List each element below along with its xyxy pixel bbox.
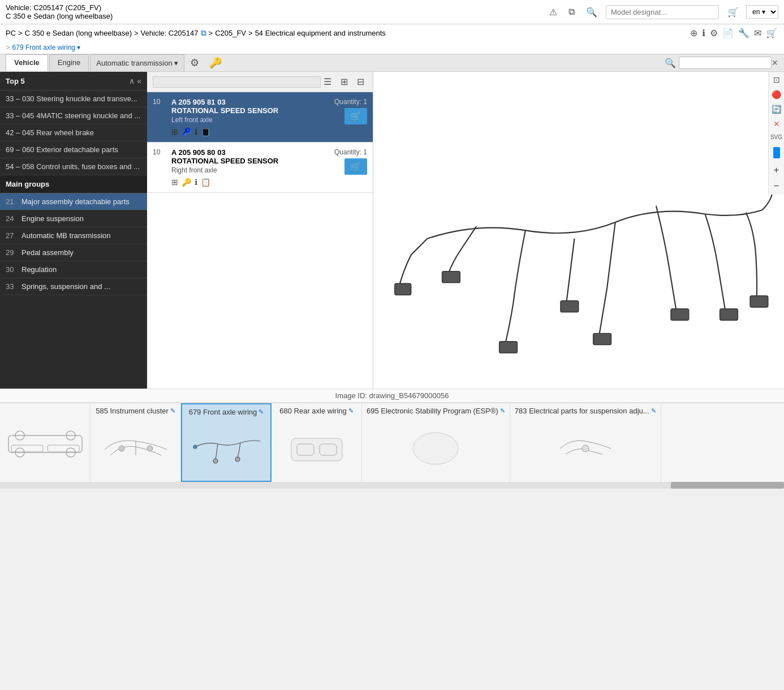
tab-search-input[interactable]	[679, 57, 772, 69]
export-btn[interactable]: ⊟	[354, 75, 367, 88]
top5-collapse-up-btn[interactable]: ∧	[129, 76, 135, 85]
thumbnail-679-label: 679 Front axle wiring ✎	[187, 407, 266, 417]
diagram-refresh-btn[interactable]: 🔄	[770, 104, 782, 115]
tab-settings-icon[interactable]: ⚙	[186, 54, 204, 71]
top5-item-5-text: 54 – 058 Control units, fuse boxes and .…	[6, 162, 140, 171]
thumbnail-679-svg	[189, 427, 263, 469]
thumbnail-783-edit-icon[interactable]: ✎	[651, 407, 656, 415]
bc-arrow: >	[6, 43, 10, 51]
sidebar-group-29[interactable]: 29 Pedal assembly	[0, 244, 147, 261]
top5-item-1-text: 33 – 030 Steering knuckle and transve...	[6, 94, 137, 103]
breadcrumb-line1: PC > C 350 e Sedan (long wheelbase) > Ve…	[0, 24, 784, 42]
cart-icon-btn[interactable]: 🛒	[725, 6, 742, 19]
scrollbar-thumb[interactable]	[671, 482, 784, 489]
bc-electrical[interactable]: 54 Electrical equipment and instruments	[255, 29, 386, 37]
filter-btn[interactable]: ⚙	[709, 27, 719, 40]
mail-btn[interactable]: ✉	[753, 27, 763, 40]
thumbnail-679[interactable]: 679 Front axle wiring ✎	[181, 403, 272, 482]
sidebar-group-24-text: Engine suspension	[21, 214, 84, 223]
sidebar-group-33-num: 33	[6, 282, 17, 291]
vehicle-copy-icon[interactable]: ⧉	[201, 28, 206, 38]
bc-pc[interactable]: PC	[6, 29, 16, 37]
warning-icon-btn[interactable]: ⚠	[546, 6, 560, 19]
part-2-cart-btn[interactable]: 🛒	[344, 158, 367, 175]
search-icon-btn[interactable]: 🔍	[583, 6, 600, 19]
list-view-btn[interactable]: ☰	[321, 75, 334, 88]
tab-automatic-transmission[interactable]: Automatic transmission ▾	[90, 54, 184, 71]
top5-item-4[interactable]: 69 – 060 Exterior detachable parts	[0, 141, 147, 158]
sidebar-group-27[interactable]: 27 Automatic MB transmission	[0, 227, 147, 244]
zoom-in-btn[interactable]: ⊕	[689, 27, 699, 40]
part-2-key-icon[interactable]: 🔑	[182, 178, 191, 187]
tab-engine[interactable]: Engine	[49, 54, 89, 71]
thumbnail-679-edit-icon[interactable]: ✎	[259, 408, 264, 416]
thumbnail-585-edit-icon[interactable]: ✎	[170, 407, 175, 415]
tab-search-clear-btn[interactable]: ✕	[772, 58, 778, 67]
model-search-input[interactable]	[606, 5, 719, 19]
document-btn[interactable]: 📄	[721, 27, 735, 40]
sidebar: Top 5 ∧ « 33 – 030 Steering knuckle and …	[0, 72, 147, 389]
sidebar-group-21[interactable]: 21 Major assembly detachable parts	[0, 193, 147, 210]
tab-key-icon[interactable]: 🔑	[205, 54, 226, 71]
thumbnail-695-img	[364, 416, 507, 480]
diagram-zoom-in-btn[interactable]: +	[773, 164, 780, 176]
bc-vehicle[interactable]: Vehicle: C205147	[141, 29, 199, 37]
top5-item-3[interactable]: 42 – 045 Rear wheel brake	[0, 124, 147, 141]
thumbnail-585[interactable]: 585 Instrument cluster ✎	[91, 403, 181, 482]
wis-btn[interactable]: 🔧	[737, 27, 751, 40]
diagram-fullscreen-btn[interactable]: ⊡	[772, 74, 781, 85]
svg-rect-8	[8, 435, 82, 452]
cart-toolbar-btn[interactable]: 🛒	[765, 27, 778, 40]
part-1-info-icon[interactable]: ℹ	[195, 127, 197, 136]
grid-view-btn[interactable]: ⊞	[338, 75, 351, 88]
part-2-grid-icon[interactable]: ⊞	[171, 178, 178, 187]
svg-rect-6	[720, 309, 738, 320]
part-1-cart-btn[interactable]: 🛒	[344, 108, 367, 124]
top5-collapse-double-btn[interactable]: «	[137, 76, 141, 85]
part-2-doc-icon[interactable]: 📋	[201, 178, 210, 187]
bc-c205fv[interactable]: C205_FV	[215, 29, 246, 37]
thumbnail-585-svg	[99, 427, 173, 469]
thumbnail-695-edit-icon[interactable]: ✎	[500, 407, 505, 415]
sidebar-group-30[interactable]: 30 Regulation	[0, 261, 147, 278]
top5-item-1[interactable]: 33 – 030 Steering knuckle and transve...	[0, 90, 147, 107]
bc-sep1: >	[18, 29, 23, 37]
part-1-doc-icon[interactable]: 📋	[201, 127, 210, 136]
part-1-main: A 205 905 81 03 ROTATIONAL SPEED SENSOR …	[171, 98, 330, 136]
thumbnail-680[interactable]: 680 Rear axle wiring ✎	[272, 403, 362, 482]
tabs-left: Vehicle Engine Automatic transmission ▾ …	[6, 54, 226, 71]
axle-wiring-dropdown[interactable]: 679 Front axle wiring ▾	[12, 44, 81, 51]
tab-search-icon[interactable]: 🔍	[662, 57, 679, 70]
part-1-name: ROTATIONAL SPEED SENSOR	[171, 106, 330, 115]
thumbnail-680-edit-icon[interactable]: ✎	[348, 407, 354, 415]
part-2-info-icon[interactable]: ℹ	[195, 178, 197, 187]
diagram-color1-btn[interactable]: 🔴	[770, 89, 782, 100]
svg-point-19	[193, 445, 197, 448]
sidebar-group-24[interactable]: 24 Engine suspension	[0, 210, 147, 227]
diagram-image-area: 130 120 30 40 40 100 60 90 50 20 60 10	[373, 72, 784, 389]
thumbnail-695[interactable]: 695 Electronic Stability Program (ESP®) …	[362, 403, 510, 482]
diagram-svg-btn[interactable]: SVG	[769, 133, 783, 141]
tabs-row: Vehicle Engine Automatic transmission ▾ …	[0, 54, 784, 72]
thumbnail-585-img	[93, 416, 178, 480]
bc-model[interactable]: C 350 e Sedan (long wheelbase)	[25, 29, 132, 37]
part-1-key-icon[interactable]: 🔑	[182, 127, 191, 136]
part-1-qty: Quantity: 1 🛒	[334, 98, 367, 124]
diagram-close-btn[interactable]: ✕	[772, 118, 781, 130]
thumbnail-blank[interactable]	[0, 403, 91, 482]
tab-vehicle[interactable]: Vehicle	[6, 54, 48, 71]
part-row-1[interactable]: 10 A 205 905 81 03 ROTATIONAL SPEED SENS…	[147, 92, 373, 143]
sidebar-group-33[interactable]: 33 Springs, suspension and ...	[0, 278, 147, 295]
top5-item-5[interactable]: 54 – 058 Control units, fuse boxes and .…	[0, 158, 147, 175]
language-selector[interactable]: en ▾	[746, 5, 778, 19]
part-row-2[interactable]: 10 A 205 905 80 03 ROTATIONAL SPEED SENS…	[147, 143, 373, 193]
top5-item-2-text: 33 – 045 4MATIC steering knuckle and ...	[6, 111, 140, 120]
svg-rect-9	[11, 445, 43, 452]
top5-item-2[interactable]: 33 – 045 4MATIC steering knuckle and ...	[0, 107, 147, 124]
thumbnail-783[interactable]: 783 Electrical parts for suspension adju…	[510, 403, 661, 482]
diagram-zoom-out-btn[interactable]: −	[773, 180, 780, 192]
part-1-grid-icon[interactable]: ⊞	[171, 127, 178, 136]
copy-icon-btn[interactable]: ⧉	[566, 6, 578, 18]
thumbnail-783-svg	[549, 427, 622, 469]
info-btn[interactable]: ℹ	[701, 27, 707, 40]
